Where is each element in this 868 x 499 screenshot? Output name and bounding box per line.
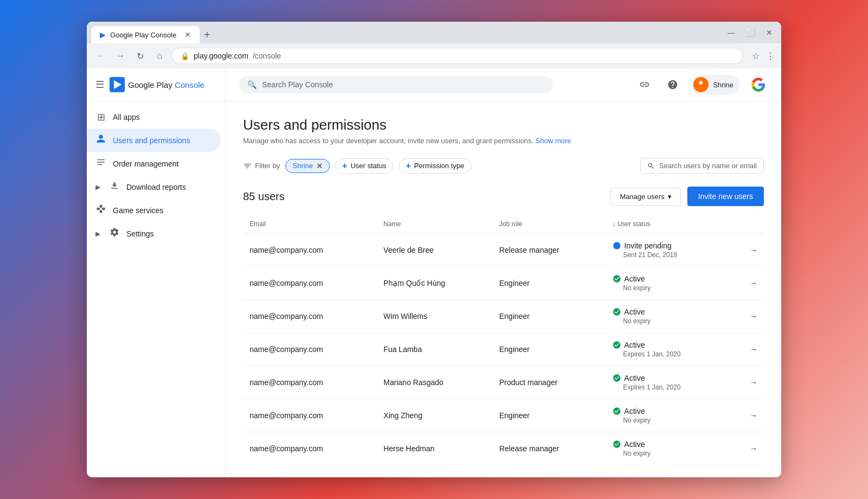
- account-name: Shrine: [713, 81, 733, 89]
- search-bar[interactable]: 🔍 Search Play Console: [239, 76, 553, 93]
- table-row[interactable]: name@company.com Herse Hedman Release ma…: [243, 432, 764, 465]
- table-row[interactable]: name@company.com Mariano Rasgado Product…: [243, 366, 764, 399]
- svg-rect-2: [97, 162, 105, 163]
- address-bar: ← → ↻ ⌂ 🔒 play.google.com /console ☆ ⋮: [87, 43, 781, 68]
- top-actions: Shrine: [635, 75, 768, 94]
- search-users-icon: [647, 162, 655, 170]
- search-users-input[interactable]: Search users by name or email: [640, 158, 764, 174]
- row-arrow[interactable]: →: [732, 432, 764, 465]
- hamburger-icon[interactable]: ☰: [95, 79, 104, 91]
- tab-favicon: ▶: [100, 30, 106, 39]
- tab-row: ▶ Google Play Console ✕ + — ⬜ ✕: [87, 22, 781, 43]
- dropdown-arrow-icon: ▾: [668, 193, 672, 201]
- cell-user-status: Active No expiry: [606, 300, 732, 333]
- pending-icon: [612, 241, 621, 250]
- sidebar-item-settings[interactable]: ▶ Settings: [87, 222, 221, 245]
- status-sub: No expiry: [612, 284, 726, 292]
- close-button[interactable]: ✕: [766, 28, 773, 37]
- top-bar: 🔍 Search Play Console Shrine: [226, 68, 781, 101]
- active-tab[interactable]: ▶ Google Play Console ✕: [91, 26, 200, 43]
- sidebar-item-order-management[interactable]: Order management: [87, 152, 221, 175]
- url-bar[interactable]: 🔒 play.google.com /console: [171, 48, 743, 64]
- cell-job-role: Engineer: [493, 333, 605, 366]
- maximize-button[interactable]: ⬜: [746, 28, 755, 37]
- home-button[interactable]: ⌂: [152, 48, 167, 63]
- user-status-filter-chip[interactable]: + User status: [335, 158, 393, 174]
- cell-name: Herse Hedman: [377, 432, 493, 465]
- active-icon: [612, 440, 621, 449]
- gpc-logo[interactable]: Google Play Console: [110, 77, 205, 92]
- sidebar-item-all-apps[interactable]: ⊞ All apps: [87, 106, 221, 129]
- table-row[interactable]: name@company.com Wim Willems Engineer Ac…: [243, 300, 764, 333]
- minimize-button[interactable]: —: [727, 28, 735, 37]
- permission-type-filter-chip[interactable]: + Permission type: [399, 158, 471, 174]
- col-user-status[interactable]: ↓ User status: [606, 215, 732, 234]
- back-button[interactable]: ←: [93, 48, 108, 63]
- bookmark-icon[interactable]: ☆: [752, 51, 760, 61]
- status-label: Active: [624, 407, 645, 415]
- users-section-header: 85 users Manage users ▾ Invite new users: [243, 187, 764, 206]
- search-placeholder: Search Play Console: [262, 80, 333, 89]
- address-bar-actions: ☆ ⋮: [752, 51, 775, 61]
- new-tab-button[interactable]: +: [200, 27, 215, 43]
- account-avatar: [693, 77, 709, 92]
- invite-users-button[interactable]: Invite new users: [687, 187, 764, 206]
- table-header: Email Name Job role ↓ User status: [243, 215, 764, 234]
- cell-email: name@company.com: [243, 399, 377, 432]
- gpc-logo-text: Google Play Console: [128, 80, 205, 89]
- main-content: 🔍 Search Play Console Shrine: [226, 68, 781, 477]
- row-arrow[interactable]: →: [732, 267, 764, 300]
- svg-rect-1: [97, 159, 105, 161]
- settings-icon: [109, 227, 120, 240]
- sidebar: ☰ Google Play Console ⊞ All apps: [87, 68, 226, 477]
- col-name: Name: [377, 215, 493, 234]
- search-icon: 🔍: [247, 80, 257, 89]
- forward-button[interactable]: →: [113, 48, 128, 63]
- google-account-button[interactable]: [749, 75, 768, 94]
- sidebar-item-users-permissions[interactable]: Users and permissions: [87, 129, 221, 152]
- cell-user-status: Active No expiry: [606, 399, 732, 432]
- tab-close-button[interactable]: ✕: [184, 30, 191, 39]
- page-title: Users and permissions: [243, 117, 764, 133]
- help-icon-button[interactable]: [663, 75, 682, 94]
- sidebar-nav: ⊞ All apps Users and permissions Order m…: [87, 101, 225, 250]
- status-sub: Expires 1 Jan, 2020: [612, 383, 726, 391]
- cell-email: name@company.com: [243, 234, 377, 267]
- users-table-body: name@company.com Veerle de Bree Release …: [243, 234, 764, 465]
- table-row[interactable]: name@company.com Fua Lamba Engineer Acti…: [243, 333, 764, 366]
- cell-job-role: Product manager: [493, 366, 605, 399]
- link-icon-button[interactable]: [635, 75, 654, 94]
- col-email: Email: [243, 215, 377, 234]
- table-row[interactable]: name@company.com Veerle de Bree Release …: [243, 234, 764, 267]
- table-row[interactable]: name@company.com Phạm Quốc Hùng Engineer…: [243, 267, 764, 300]
- row-arrow[interactable]: →: [732, 234, 764, 267]
- row-arrow[interactable]: →: [732, 366, 764, 399]
- sidebar-item-download-reports[interactable]: ▶ Download reports: [87, 175, 221, 199]
- status-sub: No expiry: [612, 417, 726, 424]
- table-row[interactable]: name@company.com Xing Zheng Engineer Act…: [243, 399, 764, 432]
- gpc-logo-icon: [110, 77, 125, 92]
- reload-button[interactable]: ↻: [132, 48, 148, 63]
- status-sub: No expiry: [612, 317, 726, 325]
- remove-shrine-filter[interactable]: ✕: [316, 162, 323, 170]
- cell-user-status: Active No expiry: [606, 432, 732, 465]
- more-options-icon[interactable]: ⋮: [766, 51, 775, 61]
- shrine-filter-chip[interactable]: Shrine ✕: [285, 159, 330, 173]
- sidebar-item-download-label: Download reports: [126, 183, 186, 191]
- manage-users-button[interactable]: Manage users ▾: [610, 188, 680, 206]
- status-label: Active: [624, 341, 645, 349]
- row-arrow[interactable]: →: [732, 399, 764, 432]
- status-label: Active: [624, 308, 645, 316]
- cell-name: Phạm Quốc Hùng: [377, 267, 493, 300]
- row-arrow[interactable]: →: [732, 300, 764, 333]
- browser-window: ▶ Google Play Console ✕ + — ⬜ ✕ ← → ↻ ⌂ …: [87, 22, 781, 477]
- sidebar-item-game-services[interactable]: Game services: [87, 199, 221, 222]
- account-badge[interactable]: Shrine: [691, 75, 740, 94]
- row-arrow[interactable]: →: [732, 333, 764, 366]
- all-apps-icon: ⊞: [95, 111, 106, 123]
- active-icon: [612, 274, 621, 283]
- show-more-link[interactable]: Show more: [535, 137, 571, 145]
- col-job-role: Job role: [493, 215, 605, 234]
- url-domain: play.google.com: [194, 52, 248, 60]
- security-icon: 🔒: [181, 52, 189, 60]
